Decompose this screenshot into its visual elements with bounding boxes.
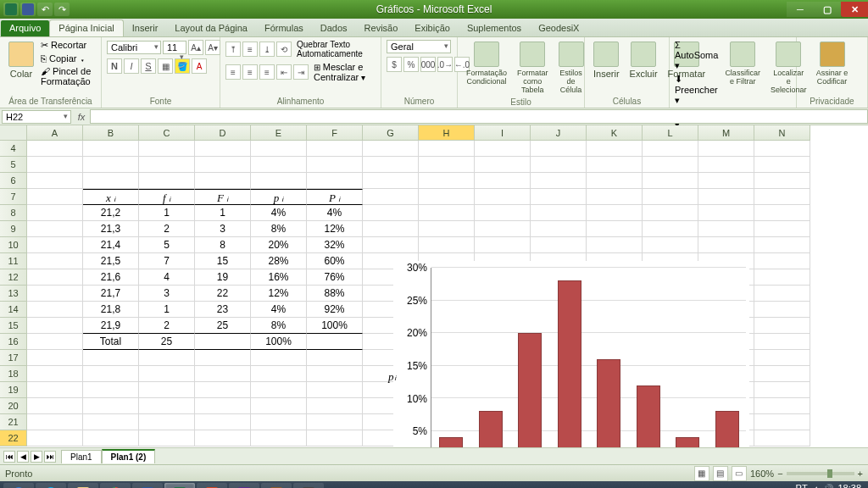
zoom-out-button[interactable]: − [777, 469, 782, 479]
close-button[interactable]: ✕ [841, 2, 868, 17]
format-as-table-button[interactable]: Formatar como Tabela [514, 40, 552, 96]
row-header-11[interactable]: 11 [0, 253, 27, 269]
taskbar-app1[interactable] [229, 483, 259, 488]
redo-button[interactable]: ↷ [54, 3, 70, 16]
chart-bar[interactable] [439, 437, 463, 447]
taskbar-tex[interactable]: TeX [293, 483, 324, 488]
chart-area[interactable]: pᵢ 0%5%10%15%20%25%30% 21,221,321,421,52… [393, 261, 749, 447]
column-header-C[interactable]: C [139, 125, 195, 141]
tab-formulas[interactable]: Fórmulas [256, 20, 312, 36]
row-header-17[interactable]: 17 [0, 350, 27, 366]
number-format-select[interactable]: Geral [387, 40, 451, 53]
italic-button[interactable]: I [124, 58, 139, 74]
chart-bar[interactable] [676, 437, 699, 447]
name-box[interactable]: H22 [2, 110, 71, 124]
wrap-text-button[interactable]: Quebrar Texto Automaticamente [293, 40, 376, 58]
column-header-M[interactable]: M [698, 125, 754, 141]
row-header-18[interactable]: 18 [0, 366, 27, 382]
taskbar-app2[interactable] [261, 483, 292, 488]
start-button[interactable] [3, 483, 34, 488]
align-top-button[interactable]: ⤒ [225, 42, 241, 57]
copy-button[interactable]: ⎘ Copiar ▾ [41, 53, 96, 64]
tab-file[interactable]: Arquivo [1, 20, 49, 36]
sort-filter-button[interactable]: Classificar e Filtrar [721, 40, 764, 87]
underline-button[interactable]: S [141, 58, 156, 74]
sheet-tab-plan1[interactable]: Plan1 [61, 450, 102, 463]
inc-decimal-button[interactable]: .0→ [437, 57, 453, 72]
align-right-button[interactable]: ≡ [259, 64, 275, 80]
sign-encode-button[interactable]: Assinar e Codificar [802, 40, 862, 87]
column-header-I[interactable]: I [475, 125, 531, 141]
percent-button[interactable]: % [403, 57, 419, 72]
chart-bar[interactable] [637, 385, 660, 447]
indent-inc-button[interactable]: ⇥ [293, 64, 309, 80]
row-header-6[interactable]: 6 [0, 173, 27, 189]
border-button[interactable]: ▦ [158, 58, 173, 74]
fill-button[interactable]: ⬇ Preencher ▾ [675, 74, 718, 106]
row-header-4[interactable]: 4 [0, 141, 27, 157]
increase-font-button[interactable]: A▴ [188, 40, 203, 55]
row-header-5[interactable]: 5 [0, 157, 27, 173]
row-header-15[interactable]: 15 [0, 318, 27, 334]
row-header-21[interactable]: 21 [0, 414, 27, 430]
taskbar-excel[interactable] [164, 483, 195, 488]
tab-addins[interactable]: Suplementos [459, 20, 530, 36]
insert-cells-button[interactable]: Inserir [590, 40, 623, 80]
font-name-select[interactable]: Calibri [107, 41, 161, 54]
view-pagebreak-button[interactable]: ▭ [732, 466, 747, 481]
row-header-19[interactable]: 19 [0, 382, 27, 398]
chart-bar[interactable] [597, 359, 620, 447]
row-header-16[interactable]: 16 [0, 334, 27, 350]
row-header-12[interactable]: 12 [0, 269, 27, 286]
chart-bar[interactable] [479, 411, 503, 447]
paste-button[interactable]: Colar [5, 40, 37, 80]
zoom-in-button[interactable]: + [858, 469, 863, 479]
chart-bar[interactable] [558, 280, 581, 447]
column-header-D[interactable]: D [195, 125, 251, 141]
formula-input[interactable] [90, 109, 868, 124]
align-center-button[interactable]: ≡ [242, 64, 258, 80]
sheet-nav-prev[interactable]: ◀ [17, 451, 29, 463]
tab-insert[interactable]: Inserir [124, 20, 167, 36]
row-header-22[interactable]: 22 [0, 430, 27, 446]
restore-button[interactable]: ▢ [814, 2, 841, 17]
sheet-nav-last[interactable]: ⏭ [44, 451, 56, 463]
row-header-20[interactable]: 20 [0, 398, 27, 414]
align-bottom-button[interactable]: ⤓ [259, 42, 275, 57]
column-header-G[interactable]: G [363, 125, 419, 141]
merge-button[interactable]: ⊞ Mesclar e Centralizar ▾ [310, 62, 376, 82]
column-header-J[interactable]: J [531, 125, 587, 141]
taskbar-powerpoint[interactable] [197, 483, 227, 488]
font-color-button[interactable]: A [192, 58, 207, 74]
undo-button[interactable]: ↶ [37, 3, 53, 16]
taskbar-chrome[interactable] [100, 483, 131, 488]
tab-geodesix[interactable]: GeodesiX [530, 20, 587, 36]
indent-dec-button[interactable]: ⇤ [276, 64, 292, 80]
align-middle-button[interactable]: ≡ [242, 42, 258, 57]
sheet-tab-plan1-2[interactable]: Plan1 (2) [102, 449, 156, 463]
column-header-H[interactable]: H [419, 125, 475, 141]
zoom-slider[interactable] [787, 472, 854, 475]
tab-home[interactable]: Página Inicial [49, 19, 123, 36]
excel-icon[interactable] [3, 3, 19, 16]
currency-button[interactable]: $ [387, 57, 402, 72]
tab-data[interactable]: Dados [312, 20, 356, 36]
taskbar-explorer[interactable] [68, 483, 98, 488]
row-header-9[interactable]: 9 [0, 221, 27, 237]
column-header-B[interactable]: B [83, 125, 139, 141]
view-normal-button[interactable]: ▦ [694, 466, 709, 481]
row-header-13[interactable]: 13 [0, 286, 27, 302]
align-left-button[interactable]: ≡ [225, 64, 241, 80]
format-painter-button[interactable]: 🖌 Pincel de Formatação [41, 66, 96, 86]
row-header-8[interactable]: 8 [0, 205, 27, 221]
column-header-A[interactable]: A [27, 125, 83, 141]
select-all-corner[interactable] [0, 125, 27, 141]
spreadsheet-grid[interactable]: ABCDEFGHIJKLMN 4567891011121314151617181… [0, 125, 868, 447]
bold-button[interactable]: N [107, 58, 122, 74]
chart-bar[interactable] [715, 411, 739, 447]
system-tray[interactable]: PT ▲ 🔊 18:3830/08/2016 [796, 483, 865, 488]
column-header-E[interactable]: E [251, 125, 307, 141]
column-header-F[interactable]: F [307, 125, 363, 141]
save-button[interactable] [20, 3, 36, 16]
sheet-nav-next[interactable]: ▶ [31, 451, 42, 463]
